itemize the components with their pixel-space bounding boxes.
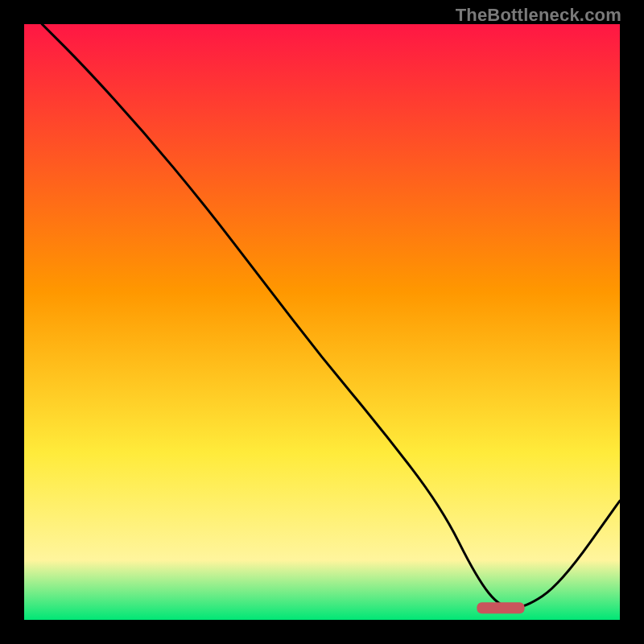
gradient-background [24, 24, 620, 620]
chart-svg [24, 24, 620, 620]
chart-frame: TheBottleneck.com [0, 0, 644, 644]
plot-area [24, 24, 620, 620]
optimal-range-marker [477, 602, 524, 613]
watermark-text: TheBottleneck.com [456, 5, 621, 26]
